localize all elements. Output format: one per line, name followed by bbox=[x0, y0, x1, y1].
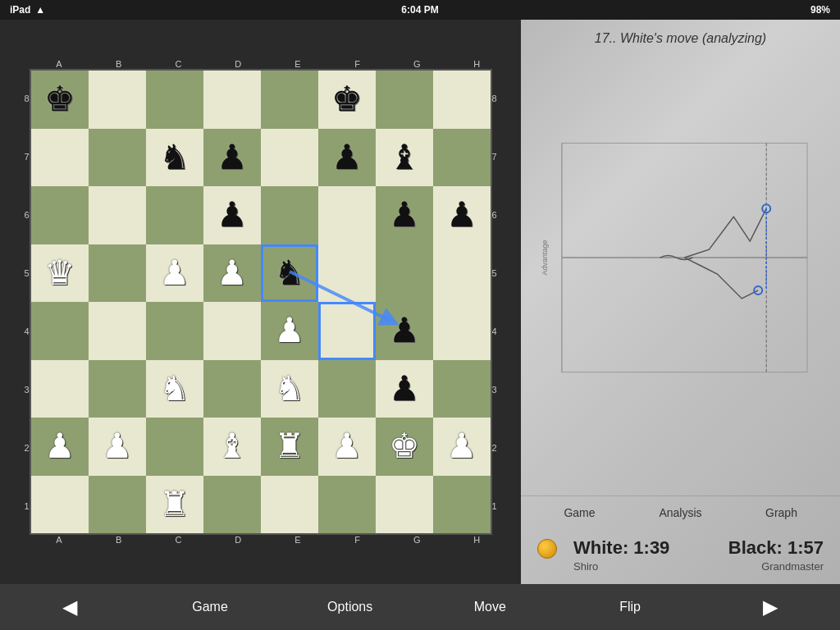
square-f2[interactable]: ♟ bbox=[318, 418, 376, 476]
square-a8[interactable]: ♚ bbox=[31, 71, 89, 129]
square-g2[interactable]: ♚ bbox=[376, 418, 433, 476]
back-button[interactable]: ◀ bbox=[0, 584, 140, 630]
ipad-label: iPad bbox=[10, 4, 30, 16]
square-h4[interactable] bbox=[433, 302, 491, 360]
square-f5[interactable] bbox=[318, 244, 376, 303]
square-g7[interactable]: ♝ bbox=[376, 129, 433, 187]
square-c4[interactable] bbox=[146, 302, 203, 360]
piece-c1: ♜ bbox=[159, 487, 190, 522]
square-d8[interactable] bbox=[203, 71, 261, 129]
piece-g2: ♚ bbox=[389, 429, 420, 463]
square-d6[interactable]: ♟ bbox=[203, 186, 261, 244]
piece-e3: ♞ bbox=[274, 372, 305, 406]
forward-button[interactable]: ▶ bbox=[700, 584, 840, 630]
square-g5[interactable] bbox=[376, 244, 433, 303]
piece-e4: ♟ bbox=[274, 313, 305, 348]
square-f1[interactable] bbox=[318, 476, 376, 534]
square-a1[interactable] bbox=[31, 476, 89, 534]
square-g8[interactable] bbox=[376, 71, 433, 129]
square-d7[interactable]: ♟ bbox=[203, 129, 261, 187]
square-e3[interactable]: ♞ bbox=[261, 360, 318, 418]
coord-bottom: A B C D E F G H bbox=[30, 535, 507, 548]
piece-c7: ♞ bbox=[159, 140, 190, 175]
square-b3[interactable] bbox=[89, 360, 146, 418]
black-time: Black: 1:57 bbox=[707, 537, 824, 559]
coord-left: 8 7 6 5 4 3 2 1 bbox=[15, 69, 30, 535]
piece-f8: ♚ bbox=[331, 82, 363, 116]
analysis-title: 17.. White's move (analyzing) bbox=[595, 31, 766, 45]
tab-game[interactable]: Game bbox=[529, 503, 630, 523]
square-c5[interactable]: ♟ bbox=[146, 244, 203, 303]
square-c7[interactable]: ♞ bbox=[146, 129, 203, 187]
tab-analysis[interactable]: Analysis bbox=[630, 503, 731, 523]
coord-top: A B C D E F G H bbox=[30, 56, 507, 69]
square-c8[interactable] bbox=[146, 71, 203, 129]
piece-a5: ♛ bbox=[44, 256, 75, 290]
square-b1[interactable] bbox=[89, 476, 146, 534]
square-c3[interactable]: ♞ bbox=[146, 360, 203, 418]
square-e4[interactable]: ♟ bbox=[261, 302, 318, 360]
square-d5[interactable]: ♟ bbox=[203, 244, 261, 303]
square-e8[interactable] bbox=[261, 71, 318, 129]
square-f7[interactable]: ♟ bbox=[318, 129, 376, 187]
square-e5[interactable]: ♞ bbox=[261, 244, 318, 303]
square-d1[interactable] bbox=[203, 476, 261, 534]
piece-d2: ♝ bbox=[217, 429, 248, 463]
piece-e5: ♞ bbox=[274, 256, 305, 290]
piece-g7: ♝ bbox=[389, 140, 420, 175]
square-h8[interactable] bbox=[433, 71, 491, 129]
svg-text:Advantage: Advantage bbox=[541, 240, 549, 276]
square-a6[interactable] bbox=[31, 186, 89, 244]
square-h6[interactable]: ♟ bbox=[433, 186, 491, 244]
square-d4[interactable] bbox=[203, 302, 261, 360]
tabs-row: Game Analysis Graph bbox=[521, 495, 840, 529]
square-c1[interactable]: ♜ bbox=[146, 476, 203, 534]
square-e2[interactable]: ♜ bbox=[261, 418, 318, 476]
square-a7[interactable] bbox=[31, 129, 89, 187]
piece-a8: ♚ bbox=[44, 82, 75, 116]
status-bar: iPad ▲ 6:04 PM 98% bbox=[0, 0, 840, 20]
square-h5[interactable] bbox=[433, 244, 491, 303]
piece-c3: ♞ bbox=[159, 372, 190, 406]
square-b8[interactable] bbox=[89, 71, 146, 129]
piece-a2: ♟ bbox=[44, 429, 75, 463]
tab-graph[interactable]: Graph bbox=[731, 503, 832, 523]
square-b4[interactable] bbox=[89, 302, 146, 360]
square-g3[interactable]: ♟ bbox=[376, 360, 433, 418]
options-button[interactable]: Options bbox=[280, 584, 420, 630]
square-c2[interactable] bbox=[146, 418, 203, 476]
square-d2[interactable]: ♝ bbox=[203, 418, 261, 476]
square-h1[interactable] bbox=[433, 476, 491, 534]
move-button[interactable]: Move bbox=[420, 584, 560, 630]
square-b7[interactable] bbox=[89, 129, 146, 187]
coord-right: 8 7 6 5 4 3 2 1 bbox=[492, 69, 507, 535]
square-e7[interactable] bbox=[261, 129, 318, 187]
square-a5[interactable]: ♛ bbox=[31, 244, 89, 303]
square-f4[interactable] bbox=[318, 302, 376, 360]
square-h2[interactable]: ♟ bbox=[433, 418, 491, 476]
game-button[interactable]: Game bbox=[140, 584, 281, 630]
chess-board[interactable]: ♚ ♚ ♞ ♟ ♟ ♝ ♟ bbox=[30, 69, 492, 535]
square-h3[interactable] bbox=[433, 360, 491, 418]
square-f3[interactable] bbox=[318, 360, 376, 418]
square-c6[interactable] bbox=[146, 186, 203, 244]
square-e1[interactable] bbox=[261, 476, 318, 534]
flip-button[interactable]: Flip bbox=[560, 584, 701, 630]
square-g1[interactable] bbox=[376, 476, 433, 534]
piece-e2: ♜ bbox=[274, 429, 305, 463]
right-panel: 17.. White's move (analyzing) Advantage bbox=[521, 20, 840, 584]
square-b2[interactable]: ♟ bbox=[89, 418, 146, 476]
square-h7[interactable] bbox=[433, 129, 491, 187]
square-b5[interactable] bbox=[89, 244, 146, 303]
piece-b2: ♟ bbox=[102, 429, 133, 463]
square-g6[interactable]: ♟ bbox=[376, 186, 433, 244]
square-a3[interactable] bbox=[31, 360, 89, 418]
square-f8[interactable]: ♚ bbox=[318, 71, 376, 129]
square-e6[interactable] bbox=[261, 186, 318, 244]
square-a2[interactable]: ♟ bbox=[31, 418, 89, 476]
square-d3[interactable] bbox=[203, 360, 261, 418]
square-b6[interactable] bbox=[89, 186, 146, 244]
square-g4[interactable]: ♟ bbox=[376, 302, 433, 360]
square-f6[interactable] bbox=[318, 186, 376, 244]
square-a4[interactable] bbox=[31, 302, 89, 360]
